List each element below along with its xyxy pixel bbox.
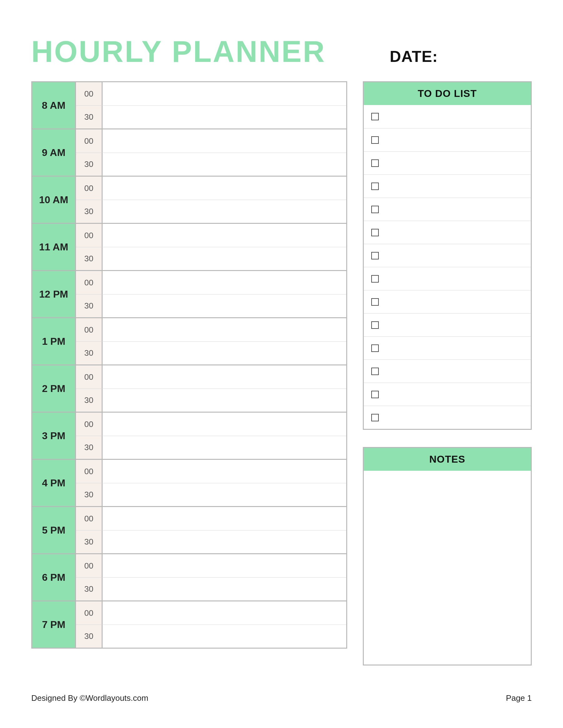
- minute-label: 00: [76, 507, 103, 530]
- minute-label: 00: [76, 601, 103, 625]
- schedule-entry[interactable]: [103, 106, 346, 128]
- schedule-entry[interactable]: [103, 601, 346, 625]
- schedule-entry[interactable]: [103, 413, 346, 436]
- hour-row: 10 AM0030: [32, 176, 346, 223]
- schedule-entry[interactable]: [103, 318, 346, 341]
- hour-label: 2 PM: [32, 365, 76, 412]
- hour-row: 9 AM0030: [32, 128, 346, 176]
- schedule-entry[interactable]: [103, 530, 346, 553]
- minute-label: 30: [76, 294, 103, 317]
- footer: Designed By ©Wordlayouts.com Page 1: [31, 693, 532, 703]
- date-label: DATE:: [390, 48, 438, 66]
- checkbox-icon[interactable]: [371, 275, 379, 283]
- hour-row: 6 PM0030: [32, 553, 346, 600]
- todo-item[interactable]: [364, 128, 531, 151]
- minute-label: 30: [76, 342, 103, 364]
- minute-label: 00: [76, 224, 103, 247]
- hour-label: 6 PM: [32, 554, 76, 600]
- hour-label: 1 PM: [32, 318, 76, 364]
- hour-row: 5 PM0030: [32, 506, 346, 553]
- footer-page: Page 1: [506, 693, 532, 703]
- notes-panel: NOTES: [363, 447, 532, 665]
- hour-label: 7 PM: [32, 601, 76, 648]
- checkbox-icon[interactable]: [371, 206, 379, 213]
- checkbox-icon[interactable]: [371, 321, 379, 329]
- schedule-entry[interactable]: [103, 507, 346, 530]
- todo-item[interactable]: [364, 174, 531, 198]
- schedule-entry[interactable]: [103, 82, 346, 105]
- minute-label: 30: [76, 530, 103, 553]
- schedule-entry[interactable]: [103, 224, 346, 247]
- minute-label: 30: [76, 436, 103, 459]
- minute-label: 30: [76, 578, 103, 600]
- minute-label: 00: [76, 82, 103, 105]
- checkbox-icon[interactable]: [371, 298, 379, 306]
- schedule-entry[interactable]: [103, 342, 346, 364]
- schedule-entry[interactable]: [103, 460, 346, 483]
- schedule-table: 8 AM00309 AM003010 AM003011 AM003012 PM0…: [31, 81, 347, 649]
- todo-item[interactable]: [364, 244, 531, 267]
- hour-row: 7 PM0030: [32, 600, 346, 648]
- schedule-entry[interactable]: [103, 200, 346, 223]
- hour-label: 10 AM: [32, 177, 76, 223]
- minute-label: 00: [76, 365, 103, 389]
- checkbox-icon[interactable]: [371, 159, 379, 167]
- minute-label: 30: [76, 106, 103, 128]
- checkbox-icon[interactable]: [371, 136, 379, 144]
- todo-item[interactable]: [364, 198, 531, 221]
- todo-item[interactable]: [364, 267, 531, 290]
- todo-item[interactable]: [364, 290, 531, 313]
- todo-item[interactable]: [364, 383, 531, 406]
- hour-row: 11 AM0030: [32, 223, 346, 270]
- minute-label: 30: [76, 247, 103, 270]
- checkbox-icon[interactable]: [371, 344, 379, 352]
- schedule-entry[interactable]: [103, 365, 346, 389]
- hour-row: 3 PM0030: [32, 412, 346, 459]
- header: HOURLY PLANNER DATE:: [31, 34, 532, 69]
- schedule-entry[interactable]: [103, 294, 346, 317]
- todo-item[interactable]: [364, 336, 531, 359]
- schedule-entry[interactable]: [103, 271, 346, 294]
- hour-label: 4 PM: [32, 460, 76, 506]
- checkbox-icon[interactable]: [371, 113, 379, 120]
- schedule-entry[interactable]: [103, 625, 346, 648]
- schedule-entry[interactable]: [103, 578, 346, 600]
- minute-label: 30: [76, 389, 103, 412]
- minute-label: 30: [76, 625, 103, 648]
- todo-item[interactable]: [364, 313, 531, 336]
- minute-label: 30: [76, 483, 103, 506]
- minute-label: 00: [76, 460, 103, 483]
- checkbox-icon[interactable]: [371, 183, 379, 190]
- schedule-entry[interactable]: [103, 153, 346, 176]
- todo-item[interactable]: [364, 105, 531, 128]
- todo-header: TO DO LIST: [364, 82, 531, 105]
- checkbox-icon[interactable]: [371, 391, 379, 398]
- hour-label: 11 AM: [32, 224, 76, 270]
- checkbox-icon[interactable]: [371, 252, 379, 259]
- hour-row: 1 PM0030: [32, 317, 346, 364]
- schedule-entry[interactable]: [103, 177, 346, 200]
- todo-item[interactable]: [364, 221, 531, 244]
- schedule-entry[interactable]: [103, 483, 346, 506]
- schedule-entry[interactable]: [103, 554, 346, 577]
- minute-label: 00: [76, 271, 103, 294]
- checkbox-icon[interactable]: [371, 368, 379, 375]
- schedule-entry[interactable]: [103, 247, 346, 270]
- todo-item[interactable]: [364, 151, 531, 174]
- hour-label: 5 PM: [32, 507, 76, 553]
- page-title: HOURLY PLANNER: [31, 34, 326, 69]
- minute-label: 30: [76, 153, 103, 176]
- checkbox-icon[interactable]: [371, 414, 379, 421]
- todo-item[interactable]: [364, 359, 531, 383]
- schedule-entry[interactable]: [103, 129, 346, 153]
- hour-label: 9 AM: [32, 129, 76, 176]
- minute-label: 00: [76, 177, 103, 200]
- schedule-entry[interactable]: [103, 436, 346, 459]
- minute-label: 00: [76, 413, 103, 436]
- minute-label: 00: [76, 318, 103, 341]
- todo-item[interactable]: [364, 406, 531, 429]
- schedule-entry[interactable]: [103, 389, 346, 412]
- checkbox-icon[interactable]: [371, 229, 379, 236]
- hour-label: 8 AM: [32, 82, 76, 128]
- notes-body[interactable]: [364, 471, 531, 665]
